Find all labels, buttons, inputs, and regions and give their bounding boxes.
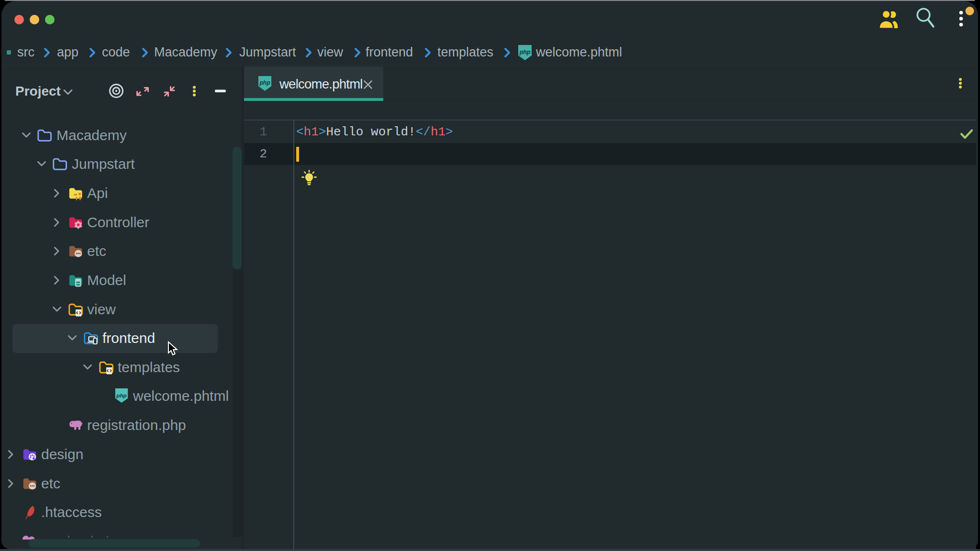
svg-text:php: php: [519, 49, 531, 55]
svg-text:php: php: [259, 79, 270, 86]
